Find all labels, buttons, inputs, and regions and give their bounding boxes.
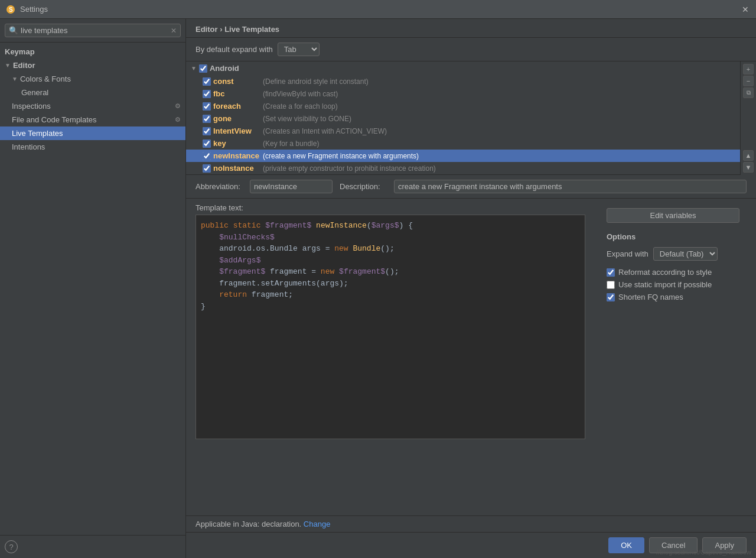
key-checkbox[interactable] <box>203 140 211 148</box>
options-panel: Edit variables Options Expand with Defau… <box>599 203 747 511</box>
code-line-5: $fragment$ fragment = new $fragment$(); <box>201 266 580 278</box>
intentview-checkbox[interactable] <box>203 127 211 135</box>
remove-template-button[interactable]: − <box>743 76 754 86</box>
gone-desc: (Set view visibility to GONE) <box>263 115 351 123</box>
expand-row: Expand with Default (Tab) Tab Enter Spac… <box>607 247 739 261</box>
code-line-2: $nullChecks$ <box>201 232 580 244</box>
template-text-section: Template text: public static $fragment$ … <box>195 203 585 511</box>
editor-label: Editor <box>13 61 35 70</box>
noinstance-desc: (private empty constructor to prohibit i… <box>263 164 436 173</box>
search-box: 🔍 ✕ <box>0 19 185 43</box>
watermark: //blog.csdn.net/Captive_Rainbow <box>651 549 756 556</box>
newinstance-abbr: newInstance <box>213 151 260 160</box>
applicable-text: Applicable in Java: declaration. <box>195 520 301 528</box>
shorten-fq-row: Shorten FQ names <box>607 293 739 301</box>
sidebar-item-keymap[interactable]: Keymap <box>0 45 185 59</box>
expand-triangle: ▼ <box>5 62 11 69</box>
reformat-checkbox[interactable] <box>607 268 615 277</box>
template-item-fbc[interactable]: fbc (findViewById with cast) <box>186 87 740 100</box>
close-button[interactable]: ✕ <box>741 5 750 14</box>
change-link[interactable]: Change <box>304 520 331 528</box>
expand-label: By default expand with <box>195 45 273 54</box>
scroll-down-button[interactable]: ▼ <box>743 162 754 173</box>
expand-select[interactable]: Tab Enter Space <box>278 43 320 56</box>
description-label: Description: <box>340 182 387 191</box>
window-title: Settings <box>20 5 48 14</box>
foreach-abbr: foreach <box>213 102 260 111</box>
gone-checkbox[interactable] <box>203 115 211 123</box>
const-abbr: const <box>213 77 260 86</box>
code-line-3: android.os.Bundle args = new Bundle(); <box>201 243 580 255</box>
expand-dropdown[interactable]: Default (Tab) Tab Enter Space <box>653 247 718 261</box>
sidebar-item-inspections[interactable]: Inspections ⚙ <box>0 99 185 113</box>
newinstance-checkbox[interactable] <box>203 152 211 160</box>
applicable-row: Applicable in Java: declaration. Change <box>186 515 756 532</box>
key-desc: (Key for a bundle) <box>263 140 319 148</box>
fbc-desc: (findViewById with cast) <box>263 90 338 98</box>
template-item-noinstance[interactable]: noInstance (private empty constructor to… <box>186 162 740 174</box>
live-templates-label: Live Templates <box>12 129 63 138</box>
android-group-header[interactable]: ▼ Android <box>186 61 740 75</box>
help-button[interactable]: ? <box>5 540 18 553</box>
template-item-intentview[interactable]: IntentView (Creates an Intent with ACTIO… <box>186 125 740 137</box>
file-templates-icon: ⚙ <box>175 116 181 124</box>
code-line-6: fragment.setArguments(args); <box>201 278 580 290</box>
key-abbr: key <box>213 139 260 148</box>
code-line-7: return fragment; <box>201 289 580 301</box>
options-title: Options <box>607 232 739 241</box>
template-body: Template text: public static $fragment$ … <box>186 199 756 515</box>
template-item-foreach[interactable]: foreach (Create a for each loop) <box>186 100 740 112</box>
abbreviation-label: Abbreviation: <box>195 182 243 191</box>
template-item-const[interactable]: const (Define android style int constant… <box>186 75 740 87</box>
code-line-4: $addArgs$ <box>201 255 580 267</box>
sidebar-item-live-templates[interactable]: Live Templates <box>0 126 185 140</box>
breadcrumb-current: Live Templates <box>224 25 279 34</box>
sidebar-item-editor[interactable]: ▼ Editor <box>0 59 185 72</box>
template-item-newinstance[interactable]: newInstance (create a new Fragment insta… <box>186 150 740 162</box>
template-item-gone[interactable]: gone (Set view visibility to GONE) <box>186 112 740 125</box>
general-label: General <box>21 88 48 97</box>
scroll-up-button[interactable]: ▲ <box>743 150 754 161</box>
const-desc: (Define android style int constant) <box>263 77 369 86</box>
noinstance-checkbox[interactable] <box>203 164 211 173</box>
copy-template-button[interactable]: ⧉ <box>743 87 754 98</box>
code-line-1: public static $fragment$ newInstance($ar… <box>201 220 580 232</box>
gone-abbr: gone <box>213 114 260 123</box>
title-bar: S Settings ✕ <box>0 0 756 19</box>
template-item-key[interactable]: key (Key for a bundle) <box>186 137 740 150</box>
search-input-wrapper: 🔍 ✕ <box>5 24 181 37</box>
newinstance-desc: (create a new Fragment instance with arg… <box>263 152 419 160</box>
static-import-checkbox[interactable] <box>607 281 615 289</box>
code-editor[interactable]: public static $fragment$ newInstance($ar… <box>195 215 585 439</box>
android-group-checkbox[interactable] <box>199 64 207 73</box>
inspections-icon: ⚙ <box>175 102 181 110</box>
right-actions: + − ⧉ ▲ ▼ <box>740 61 756 175</box>
android-expand-triangle: ▼ <box>191 65 197 72</box>
fbc-checkbox[interactable] <box>203 90 211 98</box>
search-clear-icon[interactable]: ✕ <box>171 27 177 35</box>
sidebar-item-file-code-templates[interactable]: File and Code Templates ⚙ <box>0 113 185 126</box>
intentions-label: Intentions <box>12 142 45 151</box>
fbc-abbr: fbc <box>213 89 260 98</box>
inspections-label: Inspections <box>12 102 51 111</box>
foreach-checkbox[interactable] <box>203 102 211 111</box>
sidebar-item-general[interactable]: General <box>0 86 185 99</box>
shorten-fq-label: Shorten FQ names <box>618 293 683 301</box>
intentview-abbr: IntentView <box>213 126 260 135</box>
svg-text:S: S <box>9 7 13 13</box>
search-input[interactable] <box>21 26 171 35</box>
shorten-fq-checkbox[interactable] <box>607 293 615 301</box>
sidebar-bottom: ? <box>0 535 185 558</box>
add-template-button[interactable]: + <box>743 64 754 74</box>
main-content: 🔍 ✕ Keymap ▼ Editor ▼ Colors & Fonts <box>0 19 756 558</box>
abbreviation-input[interactable] <box>250 180 333 193</box>
sidebar-item-colors-fonts[interactable]: ▼ Colors & Fonts <box>0 72 185 86</box>
edit-variables-button[interactable]: Edit variables <box>607 208 739 223</box>
sidebar-item-intentions[interactable]: Intentions <box>0 140 185 154</box>
const-checkbox[interactable] <box>203 77 211 86</box>
static-import-row: Use static import if possible <box>607 280 739 289</box>
ok-button[interactable]: OK <box>608 537 644 553</box>
description-input[interactable] <box>394 180 747 193</box>
title-bar-left: S Settings <box>6 5 48 14</box>
breadcrumb-parent: Editor <box>195 25 218 34</box>
